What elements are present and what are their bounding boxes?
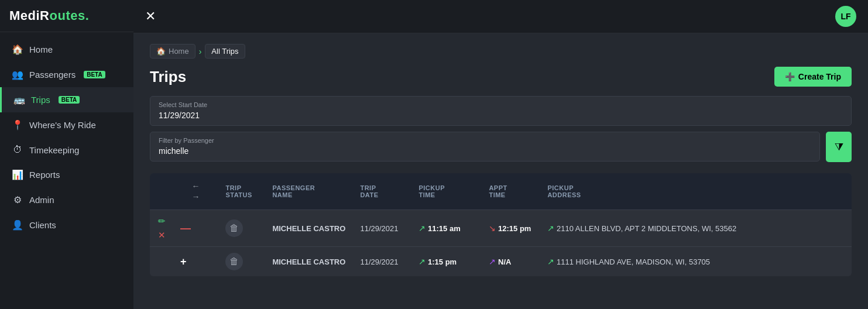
row1-action-cell: ✏ ✕: [150, 210, 173, 247]
sidebar-item-admin[interactable]: ⚙ Admin: [0, 187, 133, 212]
addr-arrow-up-icon: ↗: [547, 224, 554, 233]
create-trip-plus-icon: ➕: [785, 72, 795, 81]
row2-address: ↗ 1111 HIGHLAND AVE, MADISON, WI, 53705: [540, 247, 852, 277]
sidebar-item-home[interactable]: 🏠 Home: [0, 37, 133, 62]
th-pickup-time: PICKUPTIME: [411, 173, 482, 210]
addr-arrow-up-icon: ↗: [547, 257, 554, 266]
main-content: ✕ LF 🏠 Home › All Trips Trips ➕ Create T…: [133, 0, 868, 309]
sidebar-nav: 🏠 Home 👥 Passengers BETA 🚌 Trips BETA 📍 …: [0, 32, 133, 309]
row2-status-cell: 🗑: [218, 247, 265, 277]
th-trip-status: TRIPSTATUS: [218, 173, 265, 210]
pickup-arrow-up-icon: ↗: [418, 224, 426, 233]
reports-icon: 📊: [12, 169, 23, 180]
clients-icon: 👤: [12, 219, 23, 231]
sidebar-item-reports[interactable]: 📊 Reports: [0, 162, 133, 187]
th-passenger-name: PASSENGERNAME: [265, 173, 353, 210]
table-row: ✏ ✕ — 🗑 MICHELLE CASTRO 11/29/2021 ↗ 1: [150, 210, 852, 247]
breadcrumb: 🏠 Home › All Trips: [150, 44, 852, 59]
sidebar-item-clients[interactable]: 👤 Clients: [0, 212, 133, 238]
sidebar-item-label: Where's My Ride: [29, 120, 96, 130]
filter-button[interactable]: ⧩: [826, 132, 852, 162]
row1-date: 11/29/2021: [353, 210, 411, 247]
app-logo: MediRoutes.: [0, 0, 133, 32]
sidebar-item-label: Trips: [31, 95, 50, 105]
status-icon: 🗑: [225, 219, 243, 237]
sidebar-item-label: Home: [29, 44, 53, 54]
sidebar-item-trips[interactable]: 🚌 Trips BETA: [0, 87, 133, 112]
row2-name: MICHELLE CASTRO: [265, 247, 353, 277]
spacer-icon: [160, 257, 163, 266]
th-trip-date: TRIPDATE: [353, 173, 411, 210]
trips-table: ← → TRIPSTATUS PASSENGERNAME TRIPDATE PI…: [150, 173, 852, 276]
start-date-field: Select Start Date: [150, 96, 852, 126]
breadcrumb-home-icon: 🏠: [156, 47, 166, 56]
plus-icon[interactable]: +: [180, 256, 187, 267]
passenger-filter-label: Filter by Passenger: [159, 137, 811, 144]
breadcrumb-current: All Trips: [205, 44, 245, 59]
breadcrumb-home[interactable]: 🏠 Home: [150, 44, 195, 59]
admin-icon: ⚙: [12, 194, 23, 205]
row2-pickup-time-val: 1:15 pm: [428, 258, 457, 266]
row2-address-val: 1111 HIGHLAND AVE, MADISON, WI, 53705: [557, 258, 710, 266]
row2-appt-time-val: N/A: [498, 258, 511, 266]
table-row: + 🗑 MICHELLE CASTRO 11/29/2021 ↗ 1:15 pm…: [150, 247, 852, 277]
th-actions: [150, 173, 173, 210]
logo-dot: .: [85, 8, 90, 23]
sidebar-item-label: Admin: [29, 195, 54, 205]
th-nav: ← →: [173, 173, 218, 210]
sidebar-item-passengers[interactable]: 👥 Passengers BETA: [0, 62, 133, 87]
home-icon: 🏠: [12, 44, 23, 55]
breadcrumb-home-label: Home: [169, 47, 189, 56]
create-trip-button[interactable]: ➕ Create Trip: [774, 67, 852, 87]
location-icon: 📍: [12, 119, 23, 131]
passengers-icon: 👥: [12, 69, 23, 80]
row1-status-cell: 🗑: [218, 210, 265, 247]
appt-arrow-purple-icon: ↗: [489, 257, 496, 266]
sidebar-item-label: Timekeeping: [29, 145, 79, 155]
th-pickup-address: PICKUPADDRESS: [540, 173, 852, 210]
sidebar-item-label: Passengers: [29, 70, 76, 80]
page-title: Trips: [150, 68, 186, 86]
row1-pickup-time-val: 11:15 am: [428, 224, 461, 233]
row2-pickup-time: ↗ 1:15 pm: [411, 247, 482, 277]
trips-badge: BETA: [59, 96, 80, 104]
filter-row: Filter by Passenger ⧩: [150, 132, 852, 167]
user-avatar: LF: [835, 6, 856, 27]
row2-date: 11/29/2021: [353, 247, 411, 277]
row2-plus-cell: +: [173, 247, 218, 277]
status-icon: 🗑: [225, 253, 243, 270]
row1-appt-time: ↘ 12:15 pm: [482, 210, 540, 247]
logo-medi: MediR: [9, 8, 50, 23]
trips-icon: 🚌: [13, 94, 25, 105]
edit-icon[interactable]: ✏: [158, 216, 166, 226]
create-trip-label: Create Trip: [798, 72, 841, 81]
page-content: 🏠 Home › All Trips Trips ➕ Create Trip S…: [133, 33, 868, 309]
breadcrumb-current-label: All Trips: [211, 47, 238, 56]
start-date-label: Select Start Date: [159, 101, 843, 108]
nav-right-icon[interactable]: →: [191, 192, 200, 201]
nav-left-icon[interactable]: ←: [191, 181, 200, 191]
passengers-badge: BETA: [84, 71, 105, 78]
sidebar: MediRoutes. 🏠 Home 👥 Passengers BETA 🚌 T…: [0, 0, 133, 309]
passenger-filter-field: Filter by Passenger: [150, 132, 820, 162]
row2-action-cell: [150, 247, 173, 277]
sidebar-item-label: Clients: [29, 220, 56, 230]
passenger-filter-input[interactable]: [159, 146, 811, 156]
sidebar-item-wheres-my-ride[interactable]: 📍 Where's My Ride: [0, 112, 133, 138]
table-body: ✏ ✕ — 🗑 MICHELLE CASTRO 11/29/2021 ↗ 1: [150, 210, 852, 277]
row1-address: ↗ 2110 ALLEN BLVD, APT 2 MIDDLETONS, WI,…: [540, 210, 852, 247]
start-date-input[interactable]: [159, 111, 843, 120]
page-header: Trips ➕ Create Trip: [150, 67, 852, 87]
table-header-row: ← → TRIPSTATUS PASSENGERNAME TRIPDATE PI…: [150, 173, 852, 210]
topbar: ✕ LF: [133, 0, 868, 33]
close-button[interactable]: ✕: [145, 10, 156, 23]
sidebar-item-timekeeping[interactable]: ⏱ Timekeeping: [0, 138, 133, 162]
filter-icon: ⧩: [835, 141, 843, 153]
delete-icon[interactable]: ✕: [158, 230, 166, 241]
breadcrumb-chevron-icon: ›: [199, 47, 202, 56]
minus-icon[interactable]: —: [180, 222, 191, 234]
appt-arrow-down-icon: ↘: [489, 224, 496, 233]
sidebar-item-label: Reports: [29, 170, 60, 180]
row1-name: MICHELLE CASTRO: [265, 210, 353, 247]
row2-appt-time: ↗ N/A: [482, 247, 540, 277]
